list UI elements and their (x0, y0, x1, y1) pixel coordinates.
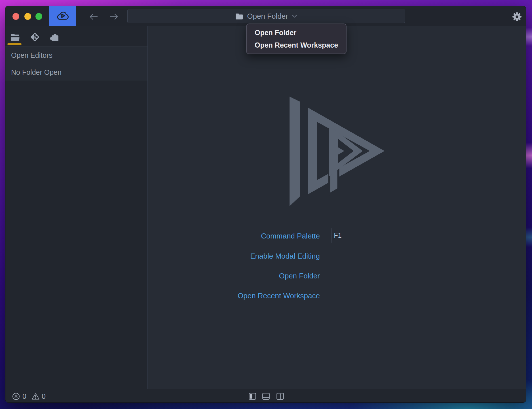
statusbar: 0 0 (5, 389, 526, 403)
panel-right-icon (276, 393, 284, 400)
tab-plugins[interactable] (49, 31, 61, 43)
arrow-right-icon (109, 13, 119, 20)
panel-right-toggle[interactable] (276, 393, 284, 400)
keybinding-f1: F1 (331, 228, 344, 243)
workspace-title: Open Folder (247, 12, 288, 21)
chevron-down-icon (292, 15, 297, 18)
sidebar: Open Editors No Folder Open (5, 26, 147, 389)
back-button[interactable] (89, 13, 98, 21)
explorer-panel: Open Editors No Folder Open (5, 46, 147, 80)
forward-button[interactable] (109, 13, 119, 21)
workspace-selector[interactable]: Open Folder (127, 9, 405, 23)
folder-open-icon (10, 33, 21, 42)
menu-item-open-folder[interactable]: Open Folder (247, 26, 346, 39)
command-palette-row: Command Palette (148, 231, 320, 241)
open-folder-link[interactable]: Open Folder (279, 272, 320, 280)
panel-bottom-icon (262, 393, 270, 400)
folder-icon (235, 12, 243, 20)
gear-icon (512, 12, 522, 22)
panel-left-icon (249, 393, 256, 400)
command-palette-link[interactable]: Command Palette (261, 232, 320, 240)
menu-item-open-recent-workspace[interactable]: Open Recent Workspace (247, 39, 346, 51)
open-recent-workspace-link[interactable]: Open Recent Workspace (238, 291, 320, 300)
error-circle-icon (12, 393, 20, 400)
warning-indicator[interactable] (31, 389, 40, 403)
no-folder-open-label[interactable]: No Folder Open (5, 64, 147, 81)
tab-source-control[interactable] (29, 31, 41, 43)
warning-triangle-icon (31, 393, 40, 400)
arrow-left-icon (89, 13, 98, 20)
tab-file-explorer[interactable] (9, 31, 22, 43)
warning-count: 0 (42, 389, 46, 403)
git-icon (29, 31, 41, 43)
panel-left-toggle[interactable] (249, 393, 256, 400)
enable-modal-editing-row: Enable Modal Editing (148, 251, 320, 261)
error-indicator[interactable] (12, 389, 20, 403)
open-editors-header[interactable]: Open Editors (5, 47, 147, 64)
open-folder-row: Open Folder (148, 271, 320, 281)
close-button[interactable] (12, 13, 19, 20)
settings-button[interactable] (511, 11, 523, 22)
panel-bottom-toggle[interactable] (262, 393, 270, 400)
zoom-button[interactable] (35, 13, 42, 20)
lapce-cloud-icon (55, 10, 70, 22)
enable-modal-editing-link[interactable]: Enable Modal Editing (250, 252, 320, 260)
open-recent-workspace-row: Open Recent Workspace (148, 291, 320, 301)
app-logo-button[interactable] (49, 6, 76, 26)
workspace-menu: Open Folder Open Recent Workspace (246, 24, 347, 54)
lapce-logo (290, 97, 386, 207)
main-area: Command Palette F1 Enable Modal Editing … (148, 26, 526, 389)
puzzle-icon (50, 32, 60, 42)
lapce-window: Open Folder (5, 6, 526, 403)
active-tab-underline (7, 43, 22, 45)
minimize-button[interactable] (24, 13, 31, 20)
error-count: 0 (22, 389, 26, 403)
